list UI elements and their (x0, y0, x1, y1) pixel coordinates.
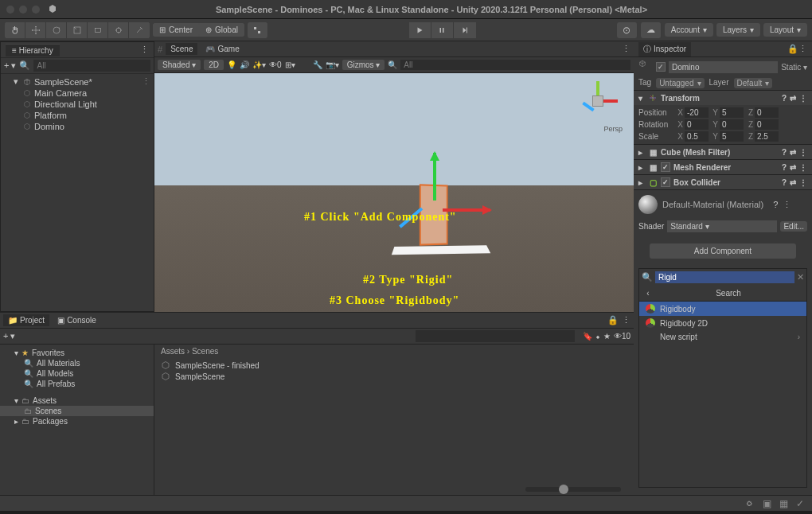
visibility-toggle-icon[interactable]: 👁0 (269, 60, 282, 69)
preset-icon[interactable]: ⇄ (790, 163, 796, 172)
static-dropdown[interactable]: Static ▾ (781, 63, 807, 72)
project-folder-tree[interactable]: ▾★Favorites 🔍All Materials 🔍All Models 🔍… (0, 345, 154, 495)
scenes-folder[interactable]: 🗀Scenes (0, 406, 154, 416)
back-icon[interactable]: ‹ (642, 289, 654, 298)
lighting-toggle-icon[interactable]: 💡 (227, 60, 236, 69)
layout-dropdown[interactable]: Layout▾ (763, 23, 807, 37)
search-result-rigidbody[interactable]: Rigidbody (639, 302, 806, 316)
component-foldout-icon[interactable]: ▾ (638, 94, 645, 103)
hierarchy-item[interactable]: Platform (1, 110, 154, 121)
hierarchy-item[interactable]: Domino (1, 121, 154, 132)
favorite-item[interactable]: 🔍All Materials (0, 358, 154, 368)
gameobject-name-input[interactable]: Domino (669, 61, 778, 73)
help-icon[interactable]: ? (782, 178, 787, 187)
gameobject-active-checkbox[interactable] (656, 62, 666, 72)
position-x-input[interactable]: -20 (685, 107, 709, 118)
search-by-type-icon[interactable]: 🔖 (583, 332, 592, 341)
preset-icon[interactable]: ⇄ (790, 94, 796, 103)
collab-button[interactable]: ⊙ (617, 22, 638, 38)
shading-mode-dropdown[interactable]: Shaded ▾ (158, 60, 201, 70)
pause-button[interactable] (431, 22, 454, 38)
save-search-icon[interactable]: ★ (603, 332, 611, 341)
asset-size-slider[interactable] (525, 487, 621, 492)
search-result-rigidbody2d[interactable]: Rigidbody 2D (639, 316, 806, 330)
preset-icon[interactable]: ⇄ (790, 148, 796, 157)
layers-dropdown[interactable]: Layers▾ (716, 23, 760, 37)
scene-viewport[interactable]: ✺ Persp #1 Click "Add Component" #2 Type… (154, 73, 634, 312)
hierarchy-tree[interactable]: ▾ SampleScene* ⋮ Main Camera Directional… (1, 74, 154, 134)
inspector-tab[interactable]: ⓘInspector (638, 42, 691, 56)
step-button[interactable] (454, 22, 476, 38)
rotation-y-input[interactable]: 0 (720, 119, 744, 130)
minimize-window-icon[interactable] (19, 6, 27, 14)
project-search-input[interactable] (416, 330, 575, 342)
editor-tool-button[interactable] (129, 22, 150, 38)
layer-dropdown[interactable]: Default ▾ (734, 78, 773, 88)
move-gizmo-x-axis[interactable] (443, 208, 490, 212)
scene-menu-icon[interactable]: ⋮ (142, 76, 150, 87)
help-icon[interactable]: ? (782, 148, 787, 157)
component-foldout-icon[interactable]: ▸ (638, 178, 645, 187)
projection-label[interactable]: Persp (603, 125, 623, 133)
scale-y-input[interactable]: 5 (720, 131, 744, 142)
rotation-z-input[interactable]: 0 (755, 119, 779, 130)
scene-tab[interactable]: Scene (166, 43, 197, 55)
play-button[interactable] (409, 22, 431, 38)
scene-asset-item[interactable]: SampleScene - finished (161, 360, 627, 371)
component-foldout-icon[interactable]: ▸ (638, 148, 645, 157)
gizmo-y-cone-icon[interactable] (596, 81, 599, 95)
fx-toggle-icon[interactable]: ✨▾ (252, 60, 266, 69)
panel-menu-icon[interactable]: ⋮ (622, 315, 630, 325)
component-enabled-checkbox[interactable] (661, 162, 670, 172)
component-enabled-checkbox[interactable] (661, 177, 670, 187)
close-window-icon[interactable] (6, 6, 14, 14)
lock-icon[interactable]: 🔒 (607, 315, 619, 325)
hierarchy-item[interactable]: Main Camera (1, 88, 154, 99)
cloud-button[interactable]: ☁ (641, 22, 662, 38)
scene-asset-item[interactable]: SampleScene (161, 371, 627, 382)
lock-icon[interactable]: 🔒 (787, 44, 798, 54)
panel-menu-icon[interactable]: ⋮ (140, 45, 149, 55)
help-icon[interactable]: ? (773, 200, 778, 209)
hierarchy-tab[interactable]: ≡Hierarchy (6, 44, 60, 56)
edit-material-button[interactable]: Edit... (780, 221, 807, 232)
progress-icon[interactable]: ▦ (779, 498, 788, 509)
component-search-input[interactable] (655, 271, 794, 283)
gizmos-dropdown[interactable]: Gizmos ▾ (342, 60, 385, 70)
autorefresh-icon[interactable]: ⭘ (745, 498, 755, 509)
favorite-item[interactable]: 🔍All Models (0, 368, 154, 379)
gizmo-x-cone-icon[interactable] (603, 99, 618, 103)
snap-settings-button[interactable] (248, 22, 268, 38)
hand-tool-button[interactable] (5, 22, 25, 38)
account-dropdown[interactable]: Account▾ (665, 23, 713, 37)
checkmark-icon[interactable]: ✓ (796, 498, 804, 509)
game-tab[interactable]: 🎮Game (201, 43, 244, 55)
audio-toggle-icon[interactable]: 🔊 (240, 60, 249, 69)
assets-folder[interactable]: ▾🗀Assets (0, 395, 154, 406)
scale-z-input[interactable]: 2.5 (755, 131, 779, 142)
search-by-label-icon[interactable]: ⬥ (595, 332, 600, 341)
favorite-item[interactable]: 🔍All Prefabs (0, 379, 154, 389)
camera-settings-icon[interactable]: 📷▾ (326, 60, 339, 69)
preset-icon[interactable]: ⇄ (790, 178, 796, 187)
scene-search-input[interactable] (400, 60, 630, 70)
position-y-input[interactable]: 5 (720, 107, 744, 118)
packages-folder[interactable]: ▸🗀Packages (0, 416, 154, 426)
rect-tool-button[interactable] (88, 22, 108, 38)
hidden-packages-toggle[interactable]: 👁10 (614, 332, 630, 341)
tool-settings-icon[interactable]: 🔧 (313, 60, 322, 69)
scale-tool-button[interactable] (67, 22, 88, 38)
2d-toggle-button[interactable]: 2D (204, 60, 224, 70)
zoom-window-icon[interactable] (32, 6, 40, 14)
shader-dropdown[interactable]: Standard ▾ (667, 220, 777, 232)
pivot-mode-button[interactable]: ⊞Center (153, 23, 199, 37)
component-menu-icon[interactable]: ⋮ (799, 178, 807, 187)
create-asset-button[interactable]: + ▾ (3, 331, 15, 341)
project-tab[interactable]: 📁Project (3, 314, 49, 326)
orientation-gizmo[interactable]: Persp (578, 81, 618, 121)
help-icon[interactable]: ? (782, 163, 787, 172)
material-preview-icon[interactable] (638, 195, 658, 214)
rotate-tool-button[interactable] (46, 22, 67, 38)
project-content-area[interactable]: Assets › Scenes SampleScene - finished S… (154, 345, 634, 495)
component-menu-icon[interactable]: ⋮ (799, 163, 807, 172)
